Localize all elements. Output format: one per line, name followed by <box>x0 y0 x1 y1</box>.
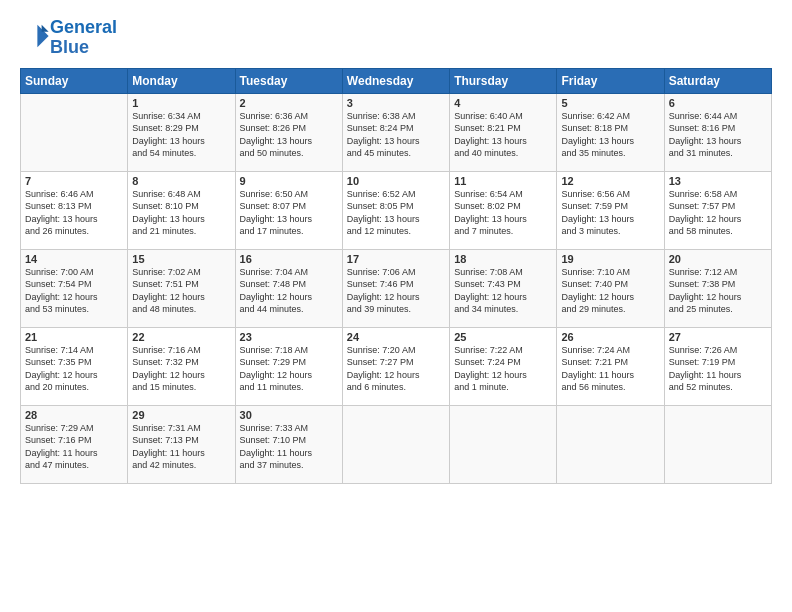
day-number: 18 <box>454 253 552 265</box>
week-row-2: 7Sunrise: 6:46 AM Sunset: 8:13 PM Daylig… <box>21 171 772 249</box>
day-number: 2 <box>240 97 338 109</box>
day-info: Sunrise: 6:56 AM Sunset: 7:59 PM Dayligh… <box>561 188 659 238</box>
day-info: Sunrise: 6:36 AM Sunset: 8:26 PM Dayligh… <box>240 110 338 160</box>
day-info: Sunrise: 7:33 AM Sunset: 7:10 PM Dayligh… <box>240 422 338 472</box>
day-number: 17 <box>347 253 445 265</box>
day-info: Sunrise: 7:16 AM Sunset: 7:32 PM Dayligh… <box>132 344 230 394</box>
svg-marker-1 <box>42 25 49 32</box>
logo-text: GeneralBlue <box>50 18 117 58</box>
day-info: Sunrise: 7:31 AM Sunset: 7:13 PM Dayligh… <box>132 422 230 472</box>
week-row-1: 1Sunrise: 6:34 AM Sunset: 8:29 PM Daylig… <box>21 93 772 171</box>
calendar-cell <box>342 405 449 483</box>
logo-icon <box>22 22 50 50</box>
day-number: 11 <box>454 175 552 187</box>
day-info: Sunrise: 6:42 AM Sunset: 8:18 PM Dayligh… <box>561 110 659 160</box>
calendar-table: SundayMondayTuesdayWednesdayThursdayFrid… <box>20 68 772 484</box>
day-number: 27 <box>669 331 767 343</box>
calendar-cell: 15Sunrise: 7:02 AM Sunset: 7:51 PM Dayli… <box>128 249 235 327</box>
day-number: 21 <box>25 331 123 343</box>
day-number: 30 <box>240 409 338 421</box>
header-row: SundayMondayTuesdayWednesdayThursdayFrid… <box>21 68 772 93</box>
day-info: Sunrise: 7:26 AM Sunset: 7:19 PM Dayligh… <box>669 344 767 394</box>
calendar-cell: 13Sunrise: 6:58 AM Sunset: 7:57 PM Dayli… <box>664 171 771 249</box>
day-number: 14 <box>25 253 123 265</box>
day-number: 19 <box>561 253 659 265</box>
calendar-cell: 23Sunrise: 7:18 AM Sunset: 7:29 PM Dayli… <box>235 327 342 405</box>
day-number: 20 <box>669 253 767 265</box>
day-info: Sunrise: 7:24 AM Sunset: 7:21 PM Dayligh… <box>561 344 659 394</box>
calendar-cell: 7Sunrise: 6:46 AM Sunset: 8:13 PM Daylig… <box>21 171 128 249</box>
calendar-cell: 14Sunrise: 7:00 AM Sunset: 7:54 PM Dayli… <box>21 249 128 327</box>
day-info: Sunrise: 7:18 AM Sunset: 7:29 PM Dayligh… <box>240 344 338 394</box>
day-number: 25 <box>454 331 552 343</box>
day-number: 1 <box>132 97 230 109</box>
col-header-tuesday: Tuesday <box>235 68 342 93</box>
day-info: Sunrise: 6:34 AM Sunset: 8:29 PM Dayligh… <box>132 110 230 160</box>
day-info: Sunrise: 6:54 AM Sunset: 8:02 PM Dayligh… <box>454 188 552 238</box>
day-info: Sunrise: 7:29 AM Sunset: 7:16 PM Dayligh… <box>25 422 123 472</box>
day-number: 10 <box>347 175 445 187</box>
day-number: 7 <box>25 175 123 187</box>
calendar-cell: 19Sunrise: 7:10 AM Sunset: 7:40 PM Dayli… <box>557 249 664 327</box>
col-header-wednesday: Wednesday <box>342 68 449 93</box>
day-number: 12 <box>561 175 659 187</box>
week-row-3: 14Sunrise: 7:00 AM Sunset: 7:54 PM Dayli… <box>21 249 772 327</box>
calendar-cell: 25Sunrise: 7:22 AM Sunset: 7:24 PM Dayli… <box>450 327 557 405</box>
day-number: 22 <box>132 331 230 343</box>
page: GeneralBlue SundayMondayTuesdayWednesday… <box>0 0 792 612</box>
calendar-cell: 30Sunrise: 7:33 AM Sunset: 7:10 PM Dayli… <box>235 405 342 483</box>
day-number: 24 <box>347 331 445 343</box>
calendar-cell: 6Sunrise: 6:44 AM Sunset: 8:16 PM Daylig… <box>664 93 771 171</box>
day-info: Sunrise: 6:46 AM Sunset: 8:13 PM Dayligh… <box>25 188 123 238</box>
calendar-cell: 16Sunrise: 7:04 AM Sunset: 7:48 PM Dayli… <box>235 249 342 327</box>
header: GeneralBlue <box>20 18 772 58</box>
calendar-cell: 27Sunrise: 7:26 AM Sunset: 7:19 PM Dayli… <box>664 327 771 405</box>
calendar-cell: 3Sunrise: 6:38 AM Sunset: 8:24 PM Daylig… <box>342 93 449 171</box>
day-info: Sunrise: 6:44 AM Sunset: 8:16 PM Dayligh… <box>669 110 767 160</box>
calendar-cell <box>450 405 557 483</box>
day-number: 28 <box>25 409 123 421</box>
day-info: Sunrise: 7:08 AM Sunset: 7:43 PM Dayligh… <box>454 266 552 316</box>
day-number: 6 <box>669 97 767 109</box>
calendar-cell: 10Sunrise: 6:52 AM Sunset: 8:05 PM Dayli… <box>342 171 449 249</box>
day-info: Sunrise: 7:04 AM Sunset: 7:48 PM Dayligh… <box>240 266 338 316</box>
calendar-cell: 2Sunrise: 6:36 AM Sunset: 8:26 PM Daylig… <box>235 93 342 171</box>
col-header-sunday: Sunday <box>21 68 128 93</box>
day-number: 8 <box>132 175 230 187</box>
calendar-cell: 12Sunrise: 6:56 AM Sunset: 7:59 PM Dayli… <box>557 171 664 249</box>
day-info: Sunrise: 7:20 AM Sunset: 7:27 PM Dayligh… <box>347 344 445 394</box>
day-number: 23 <box>240 331 338 343</box>
calendar-cell: 9Sunrise: 6:50 AM Sunset: 8:07 PM Daylig… <box>235 171 342 249</box>
day-info: Sunrise: 6:58 AM Sunset: 7:57 PM Dayligh… <box>669 188 767 238</box>
col-header-monday: Monday <box>128 68 235 93</box>
day-info: Sunrise: 7:12 AM Sunset: 7:38 PM Dayligh… <box>669 266 767 316</box>
day-number: 13 <box>669 175 767 187</box>
calendar-cell: 4Sunrise: 6:40 AM Sunset: 8:21 PM Daylig… <box>450 93 557 171</box>
day-info: Sunrise: 7:22 AM Sunset: 7:24 PM Dayligh… <box>454 344 552 394</box>
calendar-cell <box>557 405 664 483</box>
calendar-cell <box>664 405 771 483</box>
week-row-5: 28Sunrise: 7:29 AM Sunset: 7:16 PM Dayli… <box>21 405 772 483</box>
calendar-cell: 1Sunrise: 6:34 AM Sunset: 8:29 PM Daylig… <box>128 93 235 171</box>
day-number: 5 <box>561 97 659 109</box>
calendar-cell: 22Sunrise: 7:16 AM Sunset: 7:32 PM Dayli… <box>128 327 235 405</box>
day-info: Sunrise: 6:48 AM Sunset: 8:10 PM Dayligh… <box>132 188 230 238</box>
calendar-cell: 24Sunrise: 7:20 AM Sunset: 7:27 PM Dayli… <box>342 327 449 405</box>
day-info: Sunrise: 6:52 AM Sunset: 8:05 PM Dayligh… <box>347 188 445 238</box>
calendar-cell: 26Sunrise: 7:24 AM Sunset: 7:21 PM Dayli… <box>557 327 664 405</box>
calendar-cell: 21Sunrise: 7:14 AM Sunset: 7:35 PM Dayli… <box>21 327 128 405</box>
day-info: Sunrise: 7:14 AM Sunset: 7:35 PM Dayligh… <box>25 344 123 394</box>
day-number: 16 <box>240 253 338 265</box>
week-row-4: 21Sunrise: 7:14 AM Sunset: 7:35 PM Dayli… <box>21 327 772 405</box>
day-number: 29 <box>132 409 230 421</box>
day-number: 15 <box>132 253 230 265</box>
col-header-friday: Friday <box>557 68 664 93</box>
calendar-cell: 17Sunrise: 7:06 AM Sunset: 7:46 PM Dayli… <box>342 249 449 327</box>
calendar-cell: 5Sunrise: 6:42 AM Sunset: 8:18 PM Daylig… <box>557 93 664 171</box>
day-info: Sunrise: 7:02 AM Sunset: 7:51 PM Dayligh… <box>132 266 230 316</box>
calendar-cell: 20Sunrise: 7:12 AM Sunset: 7:38 PM Dayli… <box>664 249 771 327</box>
col-header-thursday: Thursday <box>450 68 557 93</box>
day-number: 4 <box>454 97 552 109</box>
calendar-cell <box>21 93 128 171</box>
calendar-cell: 29Sunrise: 7:31 AM Sunset: 7:13 PM Dayli… <box>128 405 235 483</box>
